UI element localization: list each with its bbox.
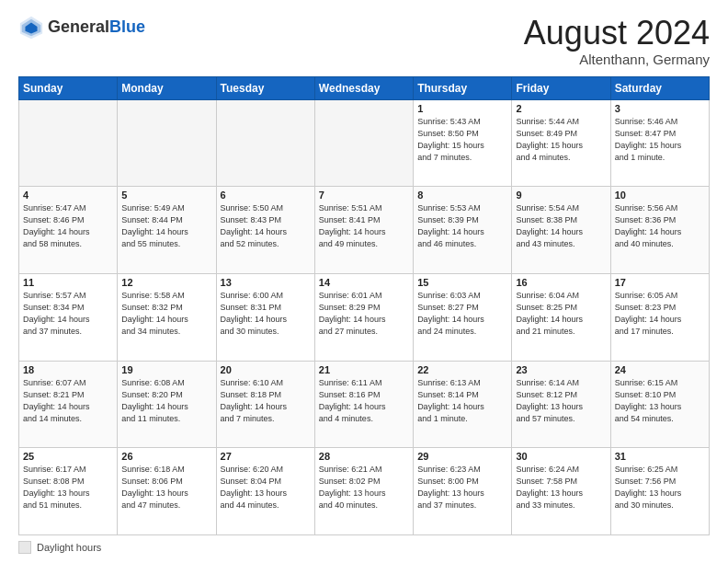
calendar-cell: 5Sunrise: 5:49 AM Sunset: 8:44 PM Daylig…	[118, 187, 216, 274]
calendar-cell: 27Sunrise: 6:20 AM Sunset: 8:04 PM Dayli…	[216, 448, 314, 535]
calendar-week-1: 1Sunrise: 5:43 AM Sunset: 8:50 PM Daylig…	[19, 99, 710, 187]
day-number: 10	[615, 190, 705, 201]
day-number: 30	[516, 451, 606, 462]
page: GeneralBlue August 2024 Altenthann, Germ…	[0, 0, 728, 563]
day-number: 28	[319, 451, 409, 462]
day-number: 11	[23, 277, 113, 288]
weekday-header-friday: Friday	[512, 76, 610, 99]
calendar-cell: 23Sunrise: 6:14 AM Sunset: 8:12 PM Dayli…	[512, 361, 610, 448]
calendar-week-4: 18Sunrise: 6:07 AM Sunset: 8:21 PM Dayli…	[19, 361, 710, 448]
day-info: Sunrise: 6:08 AM Sunset: 8:20 PM Dayligh…	[121, 377, 211, 425]
day-number: 1	[417, 103, 507, 114]
calendar-week-3: 11Sunrise: 5:57 AM Sunset: 8:34 PM Dayli…	[19, 273, 710, 361]
calendar-cell: 6Sunrise: 5:50 AM Sunset: 8:43 PM Daylig…	[216, 187, 314, 274]
calendar-cell: 8Sunrise: 5:53 AM Sunset: 8:39 PM Daylig…	[414, 187, 512, 274]
day-number: 27	[221, 451, 311, 462]
day-number: 12	[121, 277, 211, 288]
weekday-header-monday: Monday	[118, 76, 216, 99]
weekday-header-wednesday: Wednesday	[314, 76, 413, 99]
calendar-cell: 26Sunrise: 6:18 AM Sunset: 8:06 PM Dayli…	[118, 448, 216, 535]
day-info: Sunrise: 5:54 AM Sunset: 8:38 PM Dayligh…	[516, 202, 606, 250]
day-number: 26	[121, 451, 211, 462]
calendar-cell: 25Sunrise: 6:17 AM Sunset: 8:08 PM Dayli…	[19, 448, 118, 535]
day-number: 14	[319, 277, 409, 288]
weekday-header-sunday: Sunday	[19, 76, 118, 99]
weekday-header-thursday: Thursday	[414, 76, 512, 99]
footer: Daylight hours	[18, 541, 710, 554]
calendar-body: 1Sunrise: 5:43 AM Sunset: 8:50 PM Daylig…	[19, 99, 710, 534]
calendar-cell: 18Sunrise: 6:07 AM Sunset: 8:21 PM Dayli…	[19, 361, 118, 448]
logo: GeneralBlue	[18, 15, 145, 40]
day-info: Sunrise: 6:17 AM Sunset: 8:08 PM Dayligh…	[23, 464, 113, 511]
day-info: Sunrise: 6:21 AM Sunset: 8:02 PM Dayligh…	[319, 464, 409, 511]
calendar-cell: 13Sunrise: 6:00 AM Sunset: 8:31 PM Dayli…	[216, 273, 314, 361]
day-info: Sunrise: 6:15 AM Sunset: 8:10 PM Dayligh…	[615, 377, 705, 425]
weekday-header-row: SundayMondayTuesdayWednesdayThursdayFrid…	[19, 76, 710, 99]
day-info: Sunrise: 6:00 AM Sunset: 8:31 PM Dayligh…	[221, 290, 311, 338]
title-block: August 2024 Altenthann, Germany	[524, 15, 710, 67]
day-number: 4	[23, 190, 113, 201]
calendar-cell: 3Sunrise: 5:46 AM Sunset: 8:47 PM Daylig…	[610, 99, 709, 187]
logo-icon	[18, 15, 44, 40]
calendar-cell: 16Sunrise: 6:04 AM Sunset: 8:25 PM Dayli…	[512, 273, 610, 361]
day-info: Sunrise: 6:25 AM Sunset: 7:56 PM Dayligh…	[615, 464, 705, 511]
calendar-cell: 15Sunrise: 6:03 AM Sunset: 8:27 PM Dayli…	[414, 273, 512, 361]
day-info: Sunrise: 5:51 AM Sunset: 8:41 PM Dayligh…	[319, 202, 409, 250]
logo-general: General	[48, 18, 109, 37]
day-number: 2	[516, 103, 606, 114]
day-info: Sunrise: 5:43 AM Sunset: 8:50 PM Dayligh…	[417, 116, 507, 164]
calendar-week-5: 25Sunrise: 6:17 AM Sunset: 8:08 PM Dayli…	[19, 448, 710, 535]
day-number: 7	[319, 190, 409, 201]
day-number: 29	[417, 451, 507, 462]
calendar-cell: 12Sunrise: 5:58 AM Sunset: 8:32 PM Dayli…	[118, 273, 216, 361]
month-title: August 2024	[524, 15, 710, 52]
day-number: 24	[615, 364, 705, 375]
day-number: 8	[417, 190, 507, 201]
header: GeneralBlue August 2024 Altenthann, Germ…	[18, 15, 710, 67]
weekday-header-saturday: Saturday	[610, 76, 709, 99]
day-info: Sunrise: 6:13 AM Sunset: 8:14 PM Dayligh…	[417, 377, 507, 425]
day-info: Sunrise: 6:05 AM Sunset: 8:23 PM Dayligh…	[615, 290, 705, 338]
day-number: 6	[221, 190, 311, 201]
weekday-header-tuesday: Tuesday	[216, 76, 314, 99]
day-info: Sunrise: 6:23 AM Sunset: 8:00 PM Dayligh…	[417, 464, 507, 511]
calendar-cell: 24Sunrise: 6:15 AM Sunset: 8:10 PM Dayli…	[610, 361, 709, 448]
day-info: Sunrise: 5:57 AM Sunset: 8:34 PM Dayligh…	[23, 290, 113, 338]
calendar-cell: 4Sunrise: 5:47 AM Sunset: 8:46 PM Daylig…	[19, 187, 118, 274]
day-number: 19	[121, 364, 211, 375]
day-info: Sunrise: 6:20 AM Sunset: 8:04 PM Dayligh…	[221, 464, 311, 511]
daylight-legend-box	[18, 541, 31, 554]
location: Altenthann, Germany	[524, 52, 710, 67]
day-number: 16	[516, 277, 606, 288]
day-info: Sunrise: 5:49 AM Sunset: 8:44 PM Dayligh…	[121, 202, 211, 250]
day-number: 17	[615, 277, 705, 288]
logo-text: GeneralBlue	[48, 18, 145, 37]
calendar-cell	[216, 99, 314, 187]
calendar-cell: 28Sunrise: 6:21 AM Sunset: 8:02 PM Dayli…	[314, 448, 413, 535]
calendar-cell: 17Sunrise: 6:05 AM Sunset: 8:23 PM Dayli…	[610, 273, 709, 361]
day-number: 31	[615, 451, 705, 462]
calendar-cell: 9Sunrise: 5:54 AM Sunset: 8:38 PM Daylig…	[512, 187, 610, 274]
calendar-header: SundayMondayTuesdayWednesdayThursdayFrid…	[19, 76, 710, 99]
day-number: 13	[221, 277, 311, 288]
day-number: 21	[319, 364, 409, 375]
calendar-cell: 19Sunrise: 6:08 AM Sunset: 8:20 PM Dayli…	[118, 361, 216, 448]
day-number: 18	[23, 364, 113, 375]
day-info: Sunrise: 5:46 AM Sunset: 8:47 PM Dayligh…	[615, 116, 705, 164]
day-info: Sunrise: 5:56 AM Sunset: 8:36 PM Dayligh…	[615, 202, 705, 250]
daylight-legend-label: Daylight hours	[37, 542, 101, 553]
day-number: 5	[121, 190, 211, 201]
calendar-cell	[314, 99, 413, 187]
calendar-cell	[19, 99, 118, 187]
day-info: Sunrise: 6:24 AM Sunset: 7:58 PM Dayligh…	[516, 464, 606, 511]
calendar-week-2: 4Sunrise: 5:47 AM Sunset: 8:46 PM Daylig…	[19, 187, 710, 274]
calendar-cell: 30Sunrise: 6:24 AM Sunset: 7:58 PM Dayli…	[512, 448, 610, 535]
day-info: Sunrise: 6:11 AM Sunset: 8:16 PM Dayligh…	[319, 377, 409, 425]
day-info: Sunrise: 6:14 AM Sunset: 8:12 PM Dayligh…	[516, 377, 606, 425]
calendar-cell: 14Sunrise: 6:01 AM Sunset: 8:29 PM Dayli…	[314, 273, 413, 361]
day-info: Sunrise: 6:18 AM Sunset: 8:06 PM Dayligh…	[121, 464, 211, 511]
day-info: Sunrise: 6:01 AM Sunset: 8:29 PM Dayligh…	[319, 290, 409, 338]
calendar-cell: 7Sunrise: 5:51 AM Sunset: 8:41 PM Daylig…	[314, 187, 413, 274]
calendar-cell: 22Sunrise: 6:13 AM Sunset: 8:14 PM Dayli…	[414, 361, 512, 448]
calendar-table: SundayMondayTuesdayWednesdayThursdayFrid…	[18, 76, 710, 535]
